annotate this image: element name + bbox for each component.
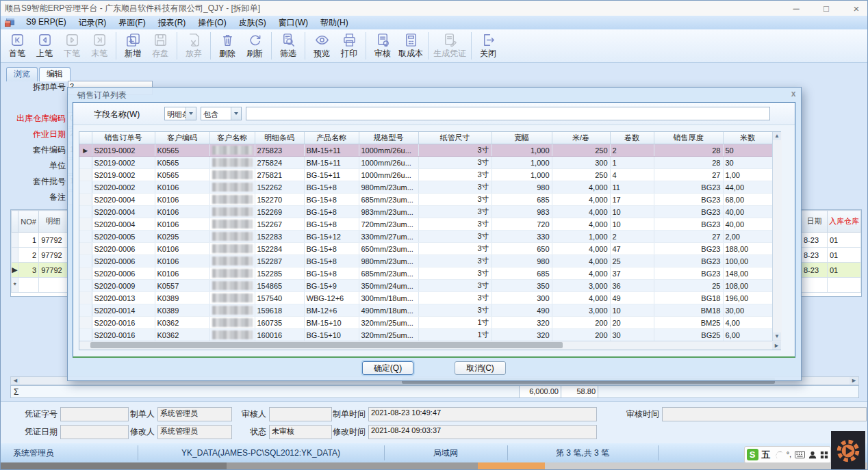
table-row[interactable]: 297792 (12, 248, 68, 263)
cell-客户编码: K0362 (155, 329, 209, 341)
cell-客户编码: K0389 (155, 304, 209, 317)
table-row[interactable]: S2020-0004K0106152269BG-15+8983mm/23um..… (79, 206, 772, 218)
menu-item-界面(F)[interactable]: 界面(F) (112, 16, 151, 30)
cell-产品名称: BG-15+8 (304, 181, 359, 194)
table-row[interactable]: S2020-0013K0389157540WBG-12+6300mm/18um.… (79, 292, 772, 304)
wubi-icon[interactable]: 五 (762, 450, 771, 459)
table-row[interactable]: S2020-0006K0106152284BG-15+8650mm/23um..… (79, 243, 772, 255)
scroll-up-icon[interactable]: ▲ (773, 132, 781, 140)
table-row[interactable]: S2020-0004K0106152267BG-15+8720mm/23um..… (79, 218, 772, 231)
menu-item-记录(R)[interactable]: 记录(R) (73, 16, 113, 30)
scroll-down-icon[interactable]: ▼ (773, 332, 781, 341)
cell-纸管尺寸: 3寸 (418, 144, 492, 157)
cell-纸管尺寸: 3寸 (418, 304, 492, 317)
form-label-套件编码: 套件编码 (2, 144, 66, 156)
toolbar-button-refresh[interactable]: 刷新 (241, 31, 268, 60)
table-row[interactable]: S2020-0009K0557154865BG-15+9350mm/24um..… (79, 280, 772, 292)
toolbar-button-audit[interactable]: 审核 (369, 31, 396, 60)
cell-明细条码: 152283 (255, 231, 304, 243)
close-icon[interactable]: × (851, 3, 862, 14)
table-row[interactable]: S2020-0004K0106152270BG-15+8685mm/23um..… (79, 194, 772, 206)
taskbar-active-item[interactable] (478, 462, 545, 470)
sales-order-grid: 销售订单号客户编码客户名称明细条码产品名称规格型号纸管尺寸宽幅米/卷卷数销售厚度… (79, 131, 781, 350)
scroll-right-icon[interactable]: ► (772, 342, 781, 350)
footer-panel: 凭证字号制单人系统管理员审核人制单时间2021-08-23 10:49:47审核… (1, 401, 867, 443)
keyboard-icon[interactable] (795, 451, 805, 458)
minimize-icon[interactable]: ─ (791, 3, 802, 14)
table-row[interactable]: S2019-0002K0565275824BM-15+111000mm/26u.… (79, 157, 772, 169)
table-row[interactable]: S2020-0002K0106152262BG-15+8980mm/23um..… (79, 181, 772, 194)
table-row[interactable]: ▶397792 (12, 263, 68, 278)
cell-产品名称: BM-15+10 (304, 317, 359, 329)
dialog-close-icon[interactable]: x (788, 89, 799, 99)
column-header-warehouse: 入库仓库 (828, 211, 861, 233)
table-row[interactable]: S2020-0005K0295152283BG-15+12330mm/27um.… (79, 231, 772, 243)
filter-value-input[interactable] (246, 107, 770, 120)
cell-产品名称: BG-15+8 (304, 206, 359, 218)
cell-客户编码: K0106 (155, 267, 209, 280)
tab-编辑[interactable]: 编辑 (39, 67, 71, 81)
footer-label-审核时间: 审核时间 (617, 408, 659, 420)
toolbar-button-add[interactable]: 新增 (119, 31, 146, 60)
table-row[interactable]: ▶S2019-0002K0565275823BM-15+111000mm/26u… (79, 144, 772, 157)
maximize-icon[interactable]: □ (821, 3, 832, 14)
cell-纸管尺寸: 3寸 (418, 206, 492, 218)
scrollbar-thumb[interactable] (90, 342, 563, 348)
scroll-left-icon[interactable]: ◄ (11, 377, 20, 384)
toolbar-button-close[interactable]: 关闭 (474, 31, 502, 60)
table-row[interactable]: S2020-0006K0106152287BG-15+8980mm/23um..… (79, 255, 772, 267)
table-row[interactable]: S2020-0014K0389159618BM-12+6490mm/18um..… (79, 304, 772, 317)
cell-米数: 100,00 (723, 255, 772, 267)
cell-米/卷: 4,000 (552, 267, 610, 280)
operator-select[interactable]: 包含 (201, 107, 242, 120)
table-row[interactable]: 8-2301 (802, 248, 861, 263)
table-row[interactable]: 8-2301 (802, 263, 861, 278)
cell-明细条码: 275821 (255, 169, 304, 181)
sogou-icon[interactable]: S (747, 449, 758, 460)
menu-item-帮助(H)[interactable]: 帮助(H) (314, 16, 355, 30)
menu-item-窗口(W)[interactable]: 窗口(W) (272, 16, 314, 30)
sum-row: Σ 6,000.00 58.80 (10, 385, 859, 398)
table-row[interactable]: 197792 (12, 233, 68, 248)
ok-button[interactable]: 确定(Q) (362, 361, 413, 375)
menu-item-S9 ERP(E)[interactable]: S9 ERP(E) (20, 16, 73, 30)
moon-icon[interactable] (774, 450, 783, 459)
toolbar-button-first[interactable]: 首笔 (3, 31, 31, 60)
cell-客户名称 (209, 231, 255, 243)
toolbar-button-prev[interactable]: 上笔 (31, 31, 58, 60)
column-header-no: NO# (18, 211, 39, 233)
toolbar-button-delete[interactable]: 删除 (214, 31, 241, 60)
table-row[interactable]: S2020-0006K0106152285BG-15+8685mm/23um..… (79, 267, 772, 280)
cell-销售厚度: BG23 (654, 255, 723, 267)
punctuation-icon[interactable]: °, (787, 451, 791, 458)
scroll-right-icon[interactable]: ► (850, 377, 858, 384)
cancel-button[interactable]: 取消(C) (455, 361, 506, 375)
table-row[interactable]: 8-2301 (802, 233, 861, 248)
table-row[interactable]: S2020-0016K0362160735BM-15+10320mm/25um.… (79, 317, 772, 329)
column-header-客户编码: 客户编码 (155, 132, 209, 144)
preview-icon (314, 32, 330, 48)
menu-item-皮肤(S)[interactable]: 皮肤(S) (233, 16, 272, 30)
column-header-明细条码: 明细条码 (255, 132, 304, 144)
toolbar-separator (271, 32, 272, 60)
table-row[interactable]: S2019-0002K0565275821BG-15+111000mm/26u.… (79, 169, 772, 181)
toolbox-grid-icon[interactable] (820, 451, 828, 459)
toolbar-button-preview[interactable]: 预览 (308, 31, 335, 60)
tab-浏览[interactable]: 浏览 (6, 67, 38, 81)
grid-vertical-scrollbar[interactable]: ▲ ▼ (772, 132, 782, 341)
cell-客户名称 (209, 218, 255, 231)
menu-item-操作(O)[interactable]: 操作(O) (192, 16, 232, 30)
menu-item-报表(R)[interactable]: 报表(R) (152, 16, 192, 30)
gear-app-tile[interactable] (831, 431, 865, 470)
table-row[interactable]: S2020-0016K0362160016BG-15+10320mm/25um.… (79, 329, 772, 341)
toolbar-button-cost[interactable]: 取成本 (396, 31, 425, 60)
grid-horizontal-scrollbar[interactable]: ► (79, 341, 781, 350)
cell-纸管尺寸: 3寸 (418, 218, 492, 231)
field-name-select[interactable]: 明细条码 (164, 107, 196, 120)
toolbar-separator (366, 32, 366, 60)
toolbar-button-filter[interactable]: 筛选 (275, 31, 302, 60)
person-icon[interactable] (808, 451, 817, 459)
cell-产品名称: BG-15+10 (304, 329, 359, 341)
row-indicator-icon (79, 243, 92, 255)
toolbar-button-print[interactable]: 打印 (335, 31, 363, 60)
